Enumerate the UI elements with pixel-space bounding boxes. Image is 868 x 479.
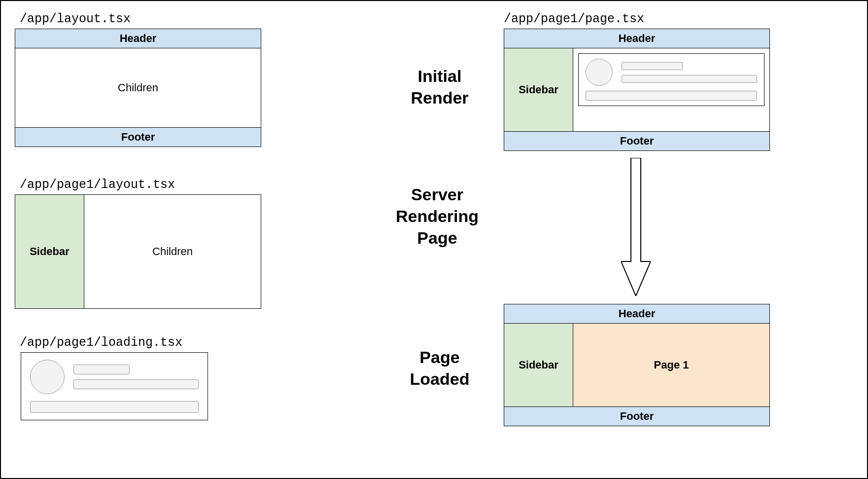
root-layout-children: Children bbox=[15, 48, 261, 127]
arrow-down-icon bbox=[621, 158, 651, 296]
initial-footer: Footer bbox=[504, 131, 769, 150]
initial-skeleton-line-short bbox=[622, 62, 683, 70]
loaded-page-content: Page 1 bbox=[573, 324, 769, 406]
initial-skeleton bbox=[578, 53, 764, 106]
loading-skeleton bbox=[21, 352, 208, 420]
phase-page-loaded: Page Loaded bbox=[385, 346, 494, 390]
phase-server-rendering: Server Rendering Page bbox=[376, 184, 499, 249]
initial-render-frame: Header Sidebar Footer bbox=[504, 29, 770, 151]
loaded-header: Header bbox=[504, 304, 769, 324]
page1-layout-path: /app/page1/layout.tsx bbox=[20, 178, 175, 192]
loaded-sidebar: Sidebar bbox=[504, 324, 573, 406]
initial-header: Header bbox=[504, 29, 769, 48]
skeleton-line-full bbox=[30, 401, 199, 413]
initial-skeleton-line-full bbox=[586, 91, 757, 101]
skeleton-avatar-icon bbox=[30, 360, 65, 394]
diagram-canvas: /app/layout.tsx Header Children Footer /… bbox=[0, 0, 868, 479]
root-layout-path: /app/layout.tsx bbox=[20, 12, 131, 26]
page-path: /app/page1/page.tsx bbox=[504, 12, 644, 26]
skeleton-line-short bbox=[73, 365, 130, 374]
loaded-frame: Header Sidebar Page 1 Footer bbox=[504, 304, 770, 426]
page1-layout-frame: Sidebar Children bbox=[15, 194, 261, 309]
root-layout-footer: Footer bbox=[15, 127, 261, 147]
loading-path: /app/page1/loading.tsx bbox=[20, 335, 182, 350]
loaded-footer: Footer bbox=[504, 406, 769, 426]
page1-layout-children: Children bbox=[84, 195, 261, 308]
phase-initial-render: Initial Render bbox=[385, 65, 494, 109]
initial-sidebar: Sidebar bbox=[504, 48, 573, 131]
root-layout-header: Header bbox=[15, 29, 261, 48]
initial-skeleton-line-long bbox=[622, 75, 757, 83]
page1-layout-sidebar: Sidebar bbox=[15, 195, 84, 308]
skeleton-line-long bbox=[73, 379, 199, 389]
initial-skeleton-avatar-icon bbox=[586, 59, 613, 86]
root-layout-frame: Header Children Footer bbox=[15, 29, 261, 147]
